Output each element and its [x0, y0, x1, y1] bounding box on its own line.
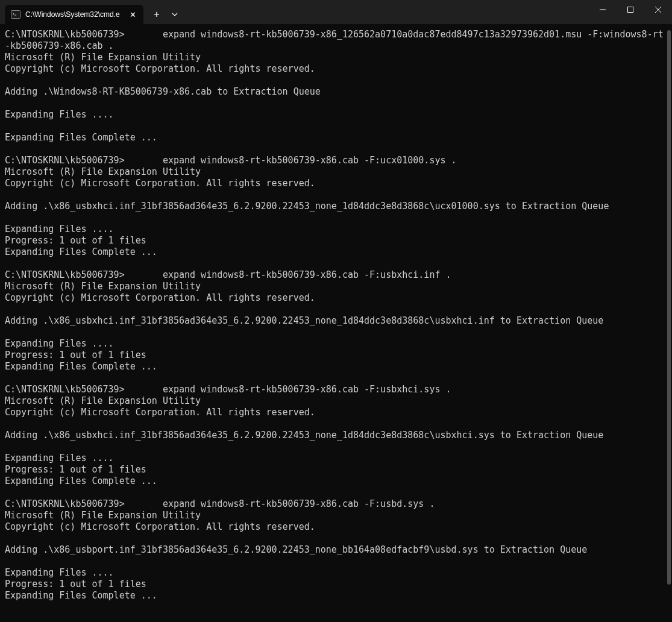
- cmd-icon: [11, 10, 20, 19]
- svg-rect-0: [11, 11, 20, 19]
- minimize-button[interactable]: [589, 0, 617, 19]
- tab-cmd[interactable]: C:\Windows\System32\cmd.e ✕: [5, 5, 143, 24]
- maximize-button[interactable]: [617, 0, 644, 19]
- titlebar: C:\Windows\System32\cmd.e ✕ +: [0, 0, 672, 24]
- tab-dropdown-button[interactable]: [166, 5, 183, 24]
- tab-title: C:\Windows\System32\cmd.e: [25, 10, 123, 19]
- terminal-output[interactable]: C:\NTOSKRNL\kb5006739> expand windows8-r…: [0, 24, 672, 622]
- close-button[interactable]: [644, 0, 672, 19]
- window-controls: [589, 0, 672, 19]
- tab-close-button[interactable]: ✕: [128, 10, 137, 19]
- svg-rect-3: [628, 7, 633, 13]
- new-tab-button[interactable]: +: [147, 5, 166, 24]
- scrollbar-thumb[interactable]: [667, 30, 671, 585]
